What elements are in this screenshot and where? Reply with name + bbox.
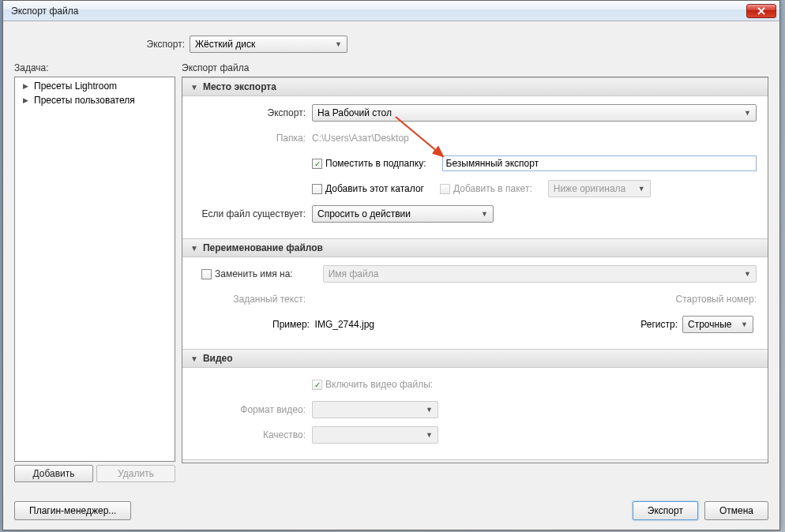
section-header-video[interactable]: ▼ Видео bbox=[182, 349, 768, 368]
triangle-down-icon: ▼ bbox=[190, 244, 198, 253]
add-preset-button[interactable]: Добавить bbox=[14, 465, 93, 482]
preset-item[interactable]: ▶ Пресеты Lightroom bbox=[17, 79, 173, 93]
video-quality-dropdown: ▼ bbox=[312, 426, 438, 444]
triangle-right-icon: ▶ bbox=[23, 82, 31, 90]
section-header-format[interactable]: ▼ Формат файла bbox=[182, 459, 768, 463]
chevron-down-icon: ▼ bbox=[741, 320, 748, 328]
triangle-down-icon: ▼ bbox=[190, 354, 198, 363]
export-to-label: Экспорт: bbox=[137, 39, 185, 50]
case-dropdown[interactable]: Строчные ▼ bbox=[682, 316, 753, 333]
video-format-label: Формат видео: bbox=[193, 404, 312, 415]
start-number-label: Стартовый номер: bbox=[676, 294, 757, 305]
video-format-dropdown: ▼ bbox=[312, 401, 438, 418]
example-value: IMG_2744.jpg bbox=[315, 319, 374, 330]
titlebar[interactable]: Экспорт файла bbox=[3, 1, 779, 21]
add-stack-checkbox: Добавить в пакет: bbox=[440, 183, 532, 194]
add-catalog-checkbox[interactable]: Добавить этот каталог bbox=[312, 183, 424, 194]
chevron-down-icon: ▼ bbox=[744, 270, 751, 278]
example-label: Пример: bbox=[272, 319, 310, 330]
exists-dropdown[interactable]: Спросить о действии ▼ bbox=[312, 205, 494, 223]
chevron-down-icon: ▼ bbox=[481, 210, 488, 218]
custom-text-label: Заданный текст: bbox=[193, 294, 312, 305]
close-icon bbox=[757, 7, 765, 15]
remove-preset-button: Удалить bbox=[96, 465, 175, 482]
cancel-button[interactable]: Отмена bbox=[704, 501, 768, 520]
triangle-right-icon: ▶ bbox=[23, 96, 31, 104]
include-video-checkbox: ✓Включить видео файлы: bbox=[312, 379, 433, 390]
export-location-dropdown[interactable]: На Рабочий стол ▼ bbox=[312, 104, 757, 122]
close-button[interactable] bbox=[746, 4, 776, 18]
export-button[interactable]: Экспорт bbox=[633, 501, 698, 520]
triangle-down-icon: ▼ bbox=[190, 83, 198, 92]
rename-template-dropdown: Имя файла ▼ bbox=[323, 265, 757, 283]
case-label: Регистр: bbox=[640, 319, 678, 330]
plugin-manager-button[interactable]: Плагин-менеджер... bbox=[14, 501, 131, 520]
chevron-down-icon: ▼ bbox=[426, 431, 433, 439]
chevron-down-icon: ▼ bbox=[638, 185, 645, 193]
settings-scroll[interactable]: ▼ Место экспорта Экспорт: На Рабочий сто… bbox=[182, 77, 768, 463]
subfolder-input[interactable] bbox=[442, 155, 757, 171]
section-header-location[interactable]: ▼ Место экспорта bbox=[182, 77, 768, 96]
chevron-down-icon: ▼ bbox=[426, 406, 433, 414]
export-location-label: Экспорт: bbox=[193, 107, 312, 118]
preset-item[interactable]: ▶ Пресеты пользователя bbox=[17, 93, 173, 107]
main-label: Экспорт файла bbox=[182, 62, 768, 73]
chevron-down-icon: ▼ bbox=[335, 40, 342, 48]
preset-listbox[interactable]: ▶ Пресеты Lightroom ▶ Пресеты пользовате… bbox=[14, 77, 175, 462]
folder-path: C:\Users\Азат\Desktop bbox=[312, 133, 409, 144]
subfolder-checkbox[interactable]: ✓Поместить в подпапку: bbox=[312, 158, 426, 169]
preset-label: Задача: bbox=[14, 62, 175, 73]
section-header-rename[interactable]: ▼ Переименование файлов bbox=[182, 238, 768, 257]
window-title: Экспорт файла bbox=[6, 6, 78, 17]
exists-label: Если файл существует: bbox=[193, 208, 312, 219]
export-dialog: Экспорт файла Экспорт: Жёсткий диск ▼ За… bbox=[2, 0, 780, 530]
export-to-dropdown[interactable]: Жёсткий диск ▼ bbox=[190, 36, 347, 53]
chevron-down-icon: ▼ bbox=[744, 109, 751, 117]
rename-checkbox[interactable]: Заменить имя на: bbox=[201, 268, 293, 279]
folder-label: Папка: bbox=[193, 133, 312, 144]
stack-position-dropdown: Ниже оригинала ▼ bbox=[548, 180, 651, 197]
video-quality-label: Качество: bbox=[193, 429, 312, 440]
